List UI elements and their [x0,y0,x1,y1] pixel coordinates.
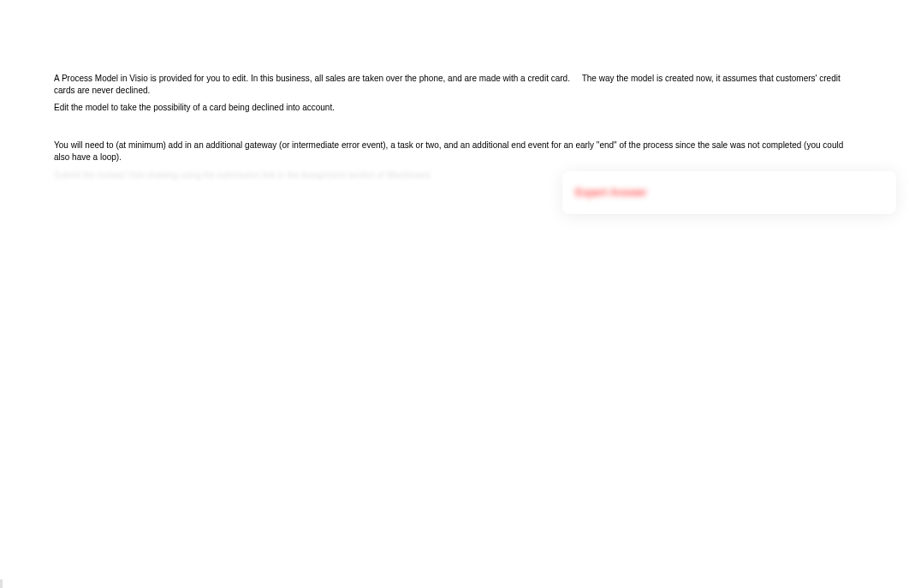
paragraph-2: You will need to (at minimum) add in an … [54,140,855,163]
paragraph-1: A Process Model in Visio is provided for… [54,73,855,114]
answer-callout: Expert Answer [562,171,896,214]
page-edge-indicator [0,579,3,588]
text-part-1: A Process Model in Visio is provided for… [54,74,248,83]
paragraph-1-line-2: Edit the model to take the possibility o… [54,102,855,114]
callout-label: Expert Answer [575,187,647,199]
text-part-2: In this business, all sales are taken ov… [251,74,570,83]
question-content: A Process Model in Visio is provided for… [0,0,909,180]
paragraph-1-line-1: A Process Model in Visio is provided for… [54,73,855,97]
